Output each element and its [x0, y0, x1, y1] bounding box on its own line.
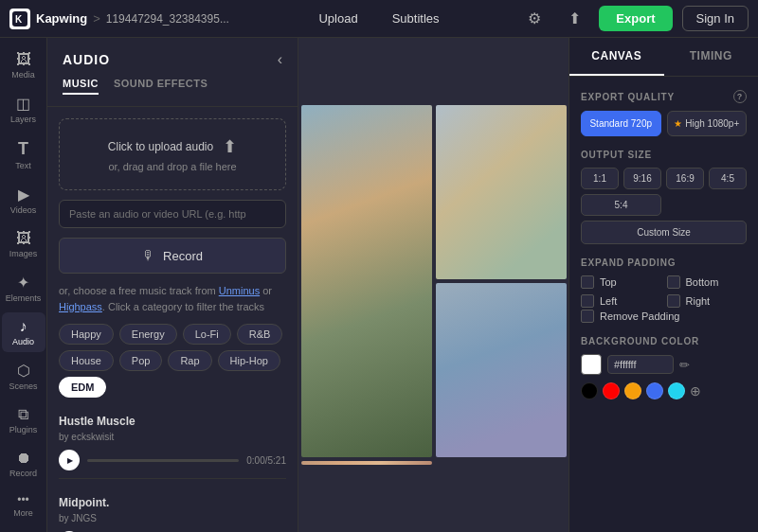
- mic-icon: 🎙: [142, 248, 155, 263]
- url-input[interactable]: [59, 200, 286, 228]
- quality-standard[interactable]: Standard 720p: [581, 111, 661, 136]
- audio-icon: ♪: [20, 318, 27, 335]
- checkbox-top[interactable]: [581, 275, 594, 289]
- checkbox-bottom[interactable]: [667, 275, 680, 289]
- expand-padding-section: EXPAND PADDING Top Bottom Left: [581, 257, 747, 323]
- preset-blue[interactable]: [646, 382, 663, 399]
- sidebar-item-media[interactable]: 🖼 Media: [2, 45, 45, 85]
- tag-rnb[interactable]: R&B: [237, 324, 283, 345]
- checkbox-right[interactable]: [667, 294, 680, 308]
- collapse-button[interactable]: ‹: [278, 51, 282, 68]
- sidebar-label-videos: Videos: [10, 205, 36, 215]
- play-button-1[interactable]: ▶: [59, 450, 80, 470]
- color-edit-icon[interactable]: ✏: [679, 358, 690, 372]
- track-artist-1: by eckskwisit: [59, 432, 286, 442]
- help-icon[interactable]: ?: [733, 90, 747, 103]
- filename: 119447294_32384395...: [106, 12, 229, 26]
- checkbox-remove[interactable]: [581, 310, 594, 323]
- upload-button[interactable]: Upload: [311, 8, 365, 29]
- tab-sound-effects[interactable]: SOUND EFFECTS: [114, 78, 208, 95]
- tab-timing[interactable]: TIMING: [664, 38, 759, 76]
- logo-icon: K: [9, 9, 30, 29]
- padding-top[interactable]: Top: [581, 275, 661, 289]
- layers-icon: ◫: [16, 95, 30, 113]
- tab-canvas[interactable]: CANVAS: [569, 38, 664, 76]
- audio-panel-title: AUDIO: [63, 52, 110, 67]
- sidebar-item-scenes[interactable]: ⬡ Scenes: [2, 356, 45, 397]
- track-title-2: Midpoint.: [59, 496, 286, 509]
- settings-icon[interactable]: ⚙: [519, 4, 550, 34]
- upload-zone-text: Click to upload audio: [108, 140, 213, 153]
- tag-edm[interactable]: EDM: [59, 377, 106, 398]
- preset-cyan[interactable]: [668, 382, 685, 399]
- size-grid-row2: 5:4: [581, 194, 747, 216]
- share-icon[interactable]: ⬆: [559, 4, 589, 34]
- size-5-4[interactable]: 5:4: [581, 194, 661, 216]
- export-button[interactable]: Export: [599, 6, 672, 31]
- track-progress-1[interactable]: [87, 459, 239, 462]
- text-icon: T: [18, 139, 28, 159]
- export-quality-section: EXPORT QUALITY ? Standard 720p ★ High 10…: [581, 90, 747, 136]
- tag-house[interactable]: House: [59, 350, 114, 371]
- canvas-area[interactable]: [298, 38, 568, 532]
- color-more-icon[interactable]: ⊕: [690, 383, 701, 399]
- subtitles-button[interactable]: Subtitles: [385, 8, 447, 29]
- canvas-image-3: [436, 283, 567, 457]
- right-panel: CANVAS TIMING EXPORT QUALITY ? Standard …: [568, 38, 758, 532]
- unminus-link[interactable]: Unminus: [219, 285, 260, 296]
- sidebar-item-videos[interactable]: ▶ Videos: [2, 180, 45, 221]
- track-artist-2: by JNGS: [59, 513, 286, 523]
- tag-lofi[interactable]: Lo-Fi: [183, 324, 231, 345]
- record-button[interactable]: 🎙 Record: [59, 238, 286, 274]
- tag-rap[interactable]: Rap: [168, 350, 211, 371]
- tag-happy[interactable]: Happy: [59, 324, 114, 345]
- remove-padding[interactable]: Remove Padding: [581, 310, 747, 323]
- highpass-link[interactable]: Highpass: [59, 301, 102, 312]
- sidebar-item-audio[interactable]: ♪ Audio: [2, 312, 45, 352]
- music-tags: Happy Energy Lo-Fi R&B House Pop Rap Hip…: [59, 324, 286, 398]
- preset-black[interactable]: [581, 382, 598, 399]
- padding-right[interactable]: Right: [667, 294, 748, 308]
- star-icon: ★: [674, 118, 682, 129]
- sidebar-label-media: Media: [11, 70, 35, 80]
- sidebar-item-record[interactable]: ⏺ Record: [2, 444, 45, 484]
- canvas-image-4: [301, 461, 432, 465]
- padding-bottom[interactable]: Bottom: [667, 275, 748, 289]
- tag-hiphop[interactable]: Hip-Hop: [218, 350, 280, 371]
- color-input-row: ✏: [581, 354, 747, 375]
- record-icon: ⏺: [16, 450, 31, 467]
- right-tabs: CANVAS TIMING: [569, 38, 758, 77]
- sidebar-item-plugins[interactable]: ⧉ Plugins: [2, 400, 45, 440]
- sidebar-item-text[interactable]: T Text: [2, 133, 45, 176]
- size-16-9[interactable]: 16:9: [666, 168, 704, 189]
- tab-music[interactable]: MUSIC: [63, 78, 99, 95]
- size-9-16[interactable]: 9:16: [623, 168, 661, 189]
- svg-text:K: K: [15, 14, 23, 25]
- upload-zone[interactable]: Click to upload audio ⬆ or, drag and dro…: [59, 118, 286, 190]
- main-layout: 🖼 Media ◫ Layers T Text ▶ Videos 🖼 Image…: [0, 38, 758, 532]
- color-hex-input[interactable]: [607, 355, 674, 374]
- preset-red[interactable]: [603, 382, 620, 399]
- quality-options: Standard 720p ★ High 1080p+: [581, 111, 747, 136]
- signin-button[interactable]: Sign In: [682, 6, 749, 31]
- audio-panel-header: AUDIO ‹: [47, 38, 298, 78]
- preset-yellow[interactable]: [624, 382, 641, 399]
- size-4-5[interactable]: 4:5: [709, 168, 747, 189]
- audio-panel: AUDIO ‹ MUSIC SOUND EFFECTS Click to upl…: [47, 38, 298, 532]
- tag-pop[interactable]: Pop: [119, 350, 163, 371]
- size-1-1[interactable]: 1:1: [581, 168, 619, 189]
- sidebar-item-images[interactable]: 🖼 Images: [2, 224, 45, 264]
- topbar-left: K Kapwing > 119447294_32384395...: [9, 9, 311, 29]
- checkbox-left[interactable]: [581, 294, 594, 308]
- track-hustle-muscle: Hustle Muscle by eckskwisit ▶ 0:00/5:21: [59, 407, 286, 479]
- sidebar-item-layers[interactable]: ◫ Layers: [2, 89, 45, 130]
- color-swatch[interactable]: [581, 354, 602, 375]
- sidebar-item-more[interactable]: ••• More: [2, 488, 45, 523]
- padding-left[interactable]: Left: [581, 294, 661, 308]
- topbar-center: Upload Subtitles: [311, 8, 446, 29]
- sidebar-item-elements[interactable]: ✦ Elements: [2, 268, 45, 309]
- padding-grid: Top Bottom Left Right: [581, 275, 747, 308]
- tag-energy[interactable]: Energy: [119, 324, 177, 345]
- custom-size-button[interactable]: Custom Size: [581, 221, 747, 244]
- quality-high[interactable]: ★ High 1080p+: [667, 111, 748, 136]
